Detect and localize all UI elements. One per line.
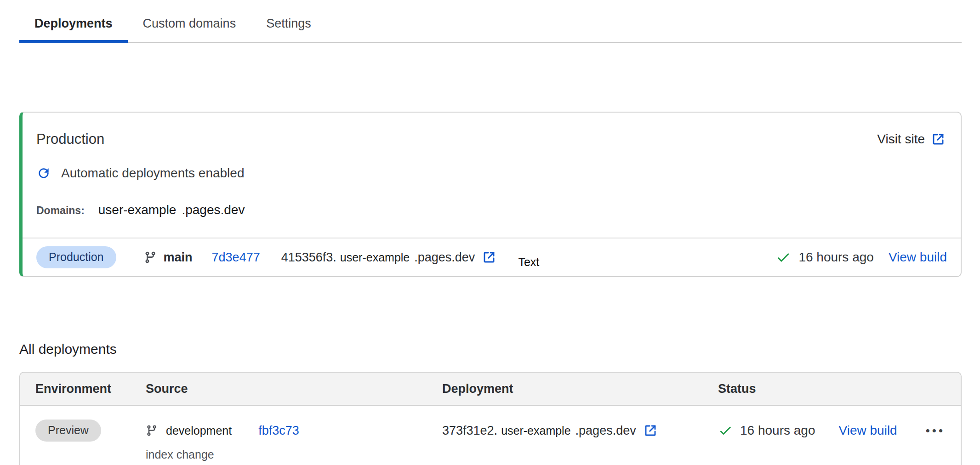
production-env-badge: Production [36,246,116,268]
url-subdomain: 415356f3. [281,250,336,265]
refresh-icon [36,166,51,181]
url-name: user-example [501,424,570,437]
url-suffix: .pages.dev [575,424,636,438]
domain-suffix: .pages.dev [182,203,245,217]
production-title: Production [36,131,104,147]
visit-site-link[interactable]: Visit site [877,132,945,147]
tab-settings[interactable]: Settings [251,8,326,42]
url-subdomain: 373f31e2. [442,424,497,438]
deployments-table-header: Environment Source Deployment Status [20,373,961,406]
domains-label: Domains: [36,204,85,217]
tab-bar: Deployments Custom domains Settings [19,0,962,43]
row-deployment-url: 373f31e2. user-example .pages.dev [442,418,718,443]
row-branch-name: development [166,424,232,437]
production-commit-link[interactable]: 7d3e477 [212,250,260,265]
production-deployment-row: Production main 7d3e477 415356f3. user-e… [23,238,961,276]
column-header-deployment: Deployment [442,382,718,396]
deployments-table: Environment Source Deployment Status Pre… [19,372,962,465]
check-icon [718,423,733,438]
preview-env-badge: Preview [35,420,101,442]
external-link-icon[interactable] [644,424,657,437]
domain-name: user-example [98,203,177,217]
row-commit-message: index change [146,448,442,461]
check-icon [775,250,791,265]
url-name: user-example [340,251,410,264]
external-link-icon [931,132,945,146]
url-suffix: .pages.dev [414,250,475,265]
tab-deployments[interactable]: Deployments [19,8,128,42]
production-deploy-time: 16 hours ago [798,250,873,265]
column-header-status: Status [718,382,961,396]
row-view-build-link[interactable]: View build [839,423,897,438]
more-options-icon[interactable]: ••• [926,425,945,437]
production-view-build-link[interactable]: View build [889,250,947,265]
production-card-body: Production Visit site Automatic deploym [23,113,961,238]
production-branch-name: main [164,250,193,265]
visit-site-label: Visit site [877,132,925,147]
row-note-text: Text [518,255,539,269]
all-deployments-heading: All deployments [19,341,980,357]
production-card: Production Visit site Automatic deploym [19,112,962,277]
column-header-source: Source [146,382,442,396]
tab-custom-domains[interactable]: Custom domains [128,8,251,42]
git-branch-icon [144,251,157,264]
column-header-environment: Environment [35,382,146,396]
external-link-icon[interactable] [482,250,496,264]
git-branch-icon [146,425,158,437]
row-commit-link[interactable]: fbf3c73 [258,424,299,438]
table-row: Preview development fbf3c73 index change… [20,406,961,465]
auto-deployments-text: Automatic deployments enabled [61,166,244,181]
row-deploy-time: 16 hours ago [740,423,815,438]
production-deployment-url: 415356f3. user-example .pages.dev [281,250,496,265]
